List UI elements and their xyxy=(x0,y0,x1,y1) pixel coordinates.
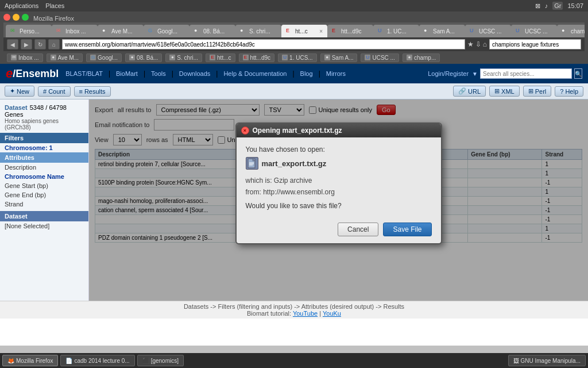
browser-content: e /Ensembl BLAST/BLAT | BioMart | Tools … xyxy=(0,64,588,346)
bookmark-ucs[interactable]: U 1. UCS... xyxy=(278,53,317,62)
results-icon: ≡ xyxy=(79,88,83,95)
window-minimize-button[interactable] xyxy=(13,14,20,21)
tab-9[interactable]: ● Sam A... xyxy=(419,25,465,37)
youku-link[interactable]: YouKu xyxy=(323,310,341,317)
address-bar: ◀ ▶ ↻ ⌂ ★ ⇩ ⌂ xyxy=(3,37,585,51)
tab-close-6[interactable]: × xyxy=(319,28,323,34)
window-controls[interactable] xyxy=(3,14,29,21)
nav-downloads[interactable]: Downloads xyxy=(179,70,210,77)
taskbar-genomics[interactable]: ⬛ [genomics] xyxy=(137,355,184,366)
perl-button[interactable]: ⊞ Perl xyxy=(523,86,552,97)
places-menu[interactable]: Places xyxy=(45,2,64,9)
url-bar[interactable] xyxy=(62,39,465,49)
dialog-save-button[interactable]: Save File xyxy=(383,223,431,236)
tab-5[interactable]: ● S. chri... xyxy=(235,25,281,37)
new-label: New xyxy=(17,88,29,95)
tab-3[interactable]: G Googl... xyxy=(144,25,189,37)
ensembl-logo[interactable]: e /Ensembl xyxy=(6,66,59,81)
home-icon[interactable]: ⌂ xyxy=(483,40,487,48)
taskbar-gimp-icon: 🖼 xyxy=(513,358,519,364)
bookmark-google[interactable]: G Googl... xyxy=(86,53,122,62)
nav-blog[interactable]: Blog xyxy=(300,70,313,77)
reload-button[interactable]: ↻ xyxy=(34,39,46,49)
sidebar-dataset-info: Dataset 5348 / 64798 Genes Homo sapiens … xyxy=(0,102,88,133)
bookmark-inbox[interactable]: ✉ Inbox ... xyxy=(7,53,43,62)
tab-6-active[interactable]: E ht...c × xyxy=(281,25,327,37)
new-button[interactable]: ✦ New xyxy=(5,86,34,97)
tab-8[interactable]: U 1. UC... xyxy=(373,25,419,37)
results-button[interactable]: ≡ Results xyxy=(74,86,111,97)
xml-button[interactable]: ⊞ XML xyxy=(489,86,520,97)
forward-button[interactable]: ▶ xyxy=(21,39,32,49)
file-icon xyxy=(246,157,258,170)
dialog-cancel-button[interactable]: Cancel xyxy=(338,223,378,236)
tab-12[interactable]: ● champ... xyxy=(557,25,585,37)
home-button[interactable]: ⌂ xyxy=(48,39,60,49)
system-menu[interactable]: Applications Places xyxy=(5,2,64,9)
sidebar-filter-chromosome[interactable]: Chromosome: 1 xyxy=(0,143,88,152)
bookmark-favicon-google: G xyxy=(90,55,96,60)
sidebar-attr-gene-start[interactable]: Gene Start (bp) xyxy=(0,181,88,190)
bookmark-label-ucs: 1. UCS... xyxy=(289,55,313,61)
ensembl-nav: BLAST/BLAT | BioMart | Tools | Downloads… xyxy=(65,70,346,78)
ensembl-search-button[interactable]: 🔍 xyxy=(574,68,582,79)
search-dropdown-icon[interactable]: ▼ xyxy=(472,71,478,77)
tab-1[interactable]: ✉ Inbox ... xyxy=(52,25,98,37)
bookmark-ht-c[interactable]: E htt...c xyxy=(206,53,235,62)
count-button[interactable]: # Count xyxy=(38,86,70,97)
bookmark-08[interactable]: ● 08. Bá... xyxy=(125,53,162,62)
sidebar-attr-gene-end[interactable]: Gene End (bp) xyxy=(0,190,88,200)
taskbar-gimp[interactable]: 🖼 GNU Image Manipula... xyxy=(508,355,586,366)
nav-help[interactable]: Help & Documentation xyxy=(223,70,287,77)
sidebar-attr-chromosome-name[interactable]: Chromosome Name xyxy=(0,172,88,181)
applications-menu[interactable]: Applications xyxy=(5,2,38,9)
bookmark-sam[interactable]: ● Sam A... xyxy=(320,53,358,62)
nav-mirrors[interactable]: Mirrors xyxy=(326,70,346,77)
help-button[interactable]: ? Help xyxy=(555,86,583,97)
tab-label-7: htt...d9c xyxy=(341,28,362,34)
nav-tools[interactable]: Tools xyxy=(151,70,166,77)
browser-title: Mozilla Firefox xyxy=(33,15,74,22)
sidebar-genes-label: Genes xyxy=(5,111,84,118)
tab-favicon-11: U xyxy=(516,28,523,34)
tab-7[interactable]: E htt...d9c xyxy=(327,25,373,37)
url-button[interactable]: 🔗 URL xyxy=(453,86,486,97)
back-button[interactable]: ◀ xyxy=(7,39,18,49)
tab-label-9: Sam A... xyxy=(433,28,455,34)
bookmark-htt-d9c[interactable]: E htt...d9c xyxy=(239,53,275,62)
bookmark-s-chri[interactable]: ● S. chri... xyxy=(165,53,202,62)
youtube-link[interactable]: YouTube xyxy=(293,310,318,317)
ensembl-search-input[interactable] xyxy=(480,68,572,79)
bookmark-star-icon[interactable]: ★ xyxy=(467,40,474,48)
tab-4[interactable]: ● 08. Bá... xyxy=(189,25,235,37)
sidebar-attr-strand[interactable]: Strand xyxy=(0,200,88,209)
sidebar-filters-header[interactable]: Filters xyxy=(0,133,88,143)
main-layout: Dataset 5348 / 64798 Genes Homo sapiens … xyxy=(0,99,588,301)
nav-biomart[interactable]: BioMart xyxy=(116,70,138,77)
bookmark-label-ave: Ave M... xyxy=(58,55,79,61)
window-close-button[interactable] xyxy=(3,14,10,21)
bookmark-ave[interactable]: ● Ave M... xyxy=(47,53,83,62)
bookmark-champ[interactable]: ● champ... xyxy=(403,53,440,62)
ensembl-header: e /Ensembl BLAST/BLAT | BioMart | Tools … xyxy=(0,64,588,83)
tab-favicon-1: ✉ xyxy=(56,28,63,34)
search-bar[interactable] xyxy=(489,39,581,49)
nav-blastblat[interactable]: BLAST/BLAT xyxy=(65,70,103,77)
ensembl-toolbar: ✦ New # Count ≡ Results 🔗 URL ⊞ XML ⊞ Pe… xyxy=(0,83,588,99)
taskbar-firefox[interactable]: 🦊 Mozilla Firefox xyxy=(2,355,58,366)
sidebar-dataset-header[interactable]: Dataset xyxy=(0,211,88,221)
tab-0[interactable]: ✉ Perso... xyxy=(6,25,52,37)
tab-favicon-7: E xyxy=(332,28,339,34)
login-register-link[interactable]: Login/Register xyxy=(428,70,469,77)
bookmark-add-icon[interactable]: ⇩ xyxy=(475,40,481,48)
tab-10[interactable]: U UCSC ... xyxy=(465,25,511,37)
sidebar-attributes-header[interactable]: Attributes xyxy=(0,152,88,163)
sidebar-attr-description[interactable]: Description xyxy=(0,163,88,172)
tab-2[interactable]: ● Ave M... xyxy=(98,25,144,37)
bookmark-favicon-champ: ● xyxy=(407,55,412,60)
taskbar-cadb[interactable]: 📄 cadb 2014 lecture 0... xyxy=(60,355,134,366)
dialog-close-button[interactable]: × xyxy=(241,126,249,135)
bookmark-ucsc[interactable]: U UCSC ... xyxy=(361,53,399,62)
window-maximize-button[interactable] xyxy=(22,14,29,21)
tab-11[interactable]: U UCSC ... xyxy=(511,25,557,37)
